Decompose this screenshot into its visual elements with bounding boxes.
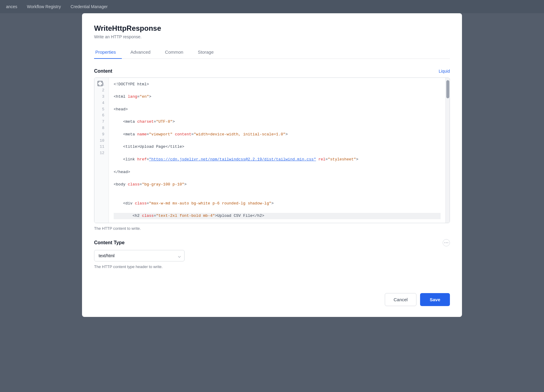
code-content[interactable]: <!DOCTYPE html> <html lang="en"> <head> … <box>109 78 445 223</box>
content-type-helper-text: The HTTP content type header to write. <box>94 264 450 269</box>
topbar-item-credential[interactable]: Credential Manager <box>71 4 108 9</box>
modal-footer: Cancel Save <box>94 287 450 306</box>
content-type-select-wrapper[interactable]: text/html application/json text/plain ap… <box>94 250 185 261</box>
scrollbar-track[interactable] <box>445 78 450 223</box>
content-type-select[interactable]: text/html application/json text/plain ap… <box>94 250 185 261</box>
cancel-button[interactable]: Cancel <box>385 293 416 306</box>
content-section-header: Content Liquid <box>94 68 450 74</box>
tab-properties[interactable]: Properties <box>94 46 122 59</box>
tab-advanced[interactable]: Advanced <box>129 46 157 59</box>
tab-common[interactable]: Common <box>164 46 189 59</box>
modal-dialog: WriteHttpResponse Write an HTTP response… <box>82 13 462 317</box>
options-icon[interactable] <box>443 239 450 246</box>
svg-point-1 <box>444 242 445 243</box>
top-bar: ances Workflow Registry Credential Manag… <box>0 0 544 13</box>
modal-title: WriteHttpResponse <box>94 24 450 33</box>
tab-bar: Properties Advanced Common Storage <box>94 46 450 59</box>
content-helper-text: The HTTP content to write. <box>94 226 450 231</box>
tab-storage[interactable]: Storage <box>197 46 220 59</box>
code-editor[interactable]: 1 2 3 4 5 6 7 8 9 10 11 12 <!DOCTYPE htm… <box>94 77 450 223</box>
save-button[interactable]: Save <box>420 293 450 306</box>
line-numbers: 1 2 3 4 5 6 7 8 9 10 11 12 <box>94 78 109 223</box>
topbar-item-ances[interactable]: ances <box>6 4 17 9</box>
expand-icon[interactable] <box>97 80 103 87</box>
svg-point-2 <box>446 242 447 243</box>
scrollbar-thumb[interactable] <box>446 80 449 98</box>
svg-point-3 <box>448 242 448 243</box>
modal-subtitle: Write an HTTP response. <box>94 34 450 39</box>
content-type-label: Content Type <box>94 240 125 245</box>
backdrop: WriteHttpResponse Write an HTTP response… <box>0 0 544 392</box>
content-label: Content <box>94 68 112 74</box>
content-type-section-header: Content Type <box>94 239 450 246</box>
topbar-item-workflow[interactable]: Workflow Registry <box>27 4 61 9</box>
liquid-link[interactable]: Liquid <box>439 69 450 74</box>
